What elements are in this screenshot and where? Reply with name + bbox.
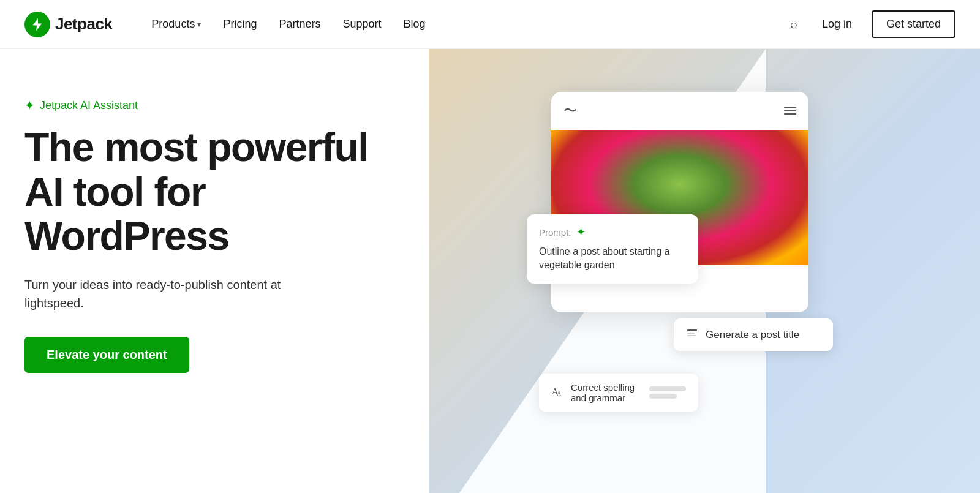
get-started-button[interactable]: Get started bbox=[872, 10, 956, 38]
generate-post-title-label: Generate a post title bbox=[706, 329, 799, 341]
nav-links: Products ▾ Pricing Partners Support Blog bbox=[143, 13, 785, 36]
brand-name: Jetpack bbox=[55, 15, 112, 34]
hero-subtitle: Turn your ideas into ready-to-publish co… bbox=[24, 276, 331, 312]
blur-line-2 bbox=[649, 394, 677, 399]
title-icon bbox=[686, 327, 698, 342]
chevron-down-icon: ▾ bbox=[197, 20, 201, 29]
nav-support-label: Support bbox=[342, 18, 381, 31]
search-icon: ⌕ bbox=[790, 17, 797, 31]
nav-support[interactable]: Support bbox=[334, 13, 390, 36]
wave-icon: 〜 bbox=[564, 102, 577, 120]
hero-right: 〜 Prompt: ✦ Outline a post about bbox=[404, 86, 956, 447]
editor-toolbar: 〜 bbox=[551, 92, 809, 130]
spelling-label: Correct spelling and grammar bbox=[571, 382, 642, 403]
blur-line-1 bbox=[649, 386, 686, 391]
nav-blog[interactable]: Blog bbox=[395, 13, 434, 36]
hero-title-line2: AI tool for bbox=[24, 169, 205, 214]
menu-icon[interactable] bbox=[784, 107, 796, 115]
nav-partners[interactable]: Partners bbox=[270, 13, 329, 36]
ai-badge-text: Jetpack AI Assistant bbox=[40, 99, 138, 112]
prompt-label-row: Prompt: ✦ bbox=[539, 225, 686, 239]
hero-title: The most powerful AI tool for WordPress bbox=[24, 125, 404, 258]
nav-partners-label: Partners bbox=[279, 18, 320, 31]
svg-rect-0 bbox=[687, 329, 697, 331]
navigation: Jetpack Products ▾ Pricing Partners Supp… bbox=[0, 0, 980, 49]
bolt-icon bbox=[30, 17, 45, 32]
svg-text:A: A bbox=[557, 390, 562, 397]
spelling-card: A A Correct spelling and grammar bbox=[539, 374, 698, 412]
svg-rect-1 bbox=[687, 333, 695, 334]
prompt-content: Outline a post about starting a vegetabl… bbox=[539, 245, 686, 273]
search-button[interactable]: ⌕ bbox=[785, 12, 802, 36]
ui-mockup: 〜 Prompt: ✦ Outline a post about bbox=[527, 92, 833, 447]
nav-actions: ⌕ Log in Get started bbox=[785, 10, 956, 38]
sparkle-icon: ✦ bbox=[24, 98, 35, 113]
hero-section: ✦ Jetpack AI Assistant The most powerful… bbox=[0, 49, 980, 493]
svg-rect-2 bbox=[687, 335, 696, 336]
login-button[interactable]: Log in bbox=[812, 13, 862, 36]
hero-title-line3: WordPress bbox=[24, 213, 229, 258]
generate-post-title-button[interactable]: Generate a post title bbox=[674, 318, 833, 351]
nav-products-label: Products bbox=[151, 18, 195, 31]
spelling-info: Correct spelling and grammar bbox=[571, 382, 642, 403]
nav-pricing-label: Pricing bbox=[223, 18, 257, 31]
hero-left: ✦ Jetpack AI Assistant The most powerful… bbox=[24, 86, 404, 373]
hero-title-line1: The most powerful bbox=[24, 124, 368, 170]
blur-content bbox=[649, 386, 686, 399]
cta-button[interactable]: Elevate your content bbox=[24, 337, 189, 373]
logo-link[interactable]: Jetpack bbox=[24, 12, 112, 37]
nav-products[interactable]: Products ▾ bbox=[143, 13, 209, 36]
prompt-label-text: Prompt: bbox=[539, 227, 571, 238]
logo-icon bbox=[24, 12, 50, 37]
prompt-card: Prompt: ✦ Outline a post about starting … bbox=[527, 214, 698, 284]
spelling-icon: A A bbox=[551, 385, 564, 401]
sparkle-green-icon: ✦ bbox=[576, 225, 586, 239]
nav-blog-label: Blog bbox=[404, 18, 426, 31]
ai-badge: ✦ Jetpack AI Assistant bbox=[24, 98, 404, 113]
nav-pricing[interactable]: Pricing bbox=[214, 13, 265, 36]
